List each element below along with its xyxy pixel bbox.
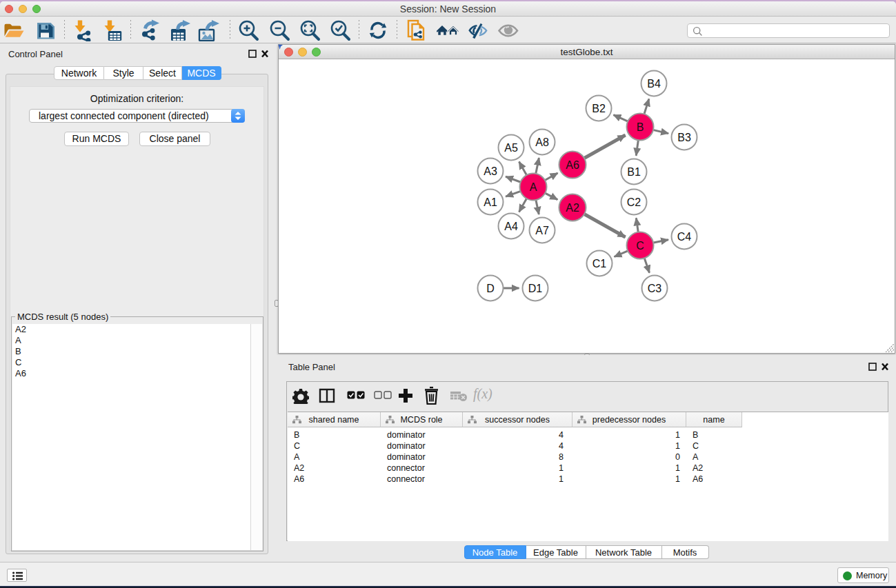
svg-text:B3: B3 — [677, 131, 691, 143]
svg-text:C2: C2 — [626, 196, 641, 207]
svg-text:B: B — [636, 121, 644, 132]
svg-text:A1: A1 — [484, 196, 497, 207]
svg-text:A8: A8 — [535, 136, 549, 148]
svg-text:B1: B1 — [627, 165, 641, 177]
svg-text:C3: C3 — [647, 282, 661, 294]
svg-text:A7: A7 — [535, 224, 549, 236]
svg-text:B2: B2 — [592, 102, 606, 114]
svg-text:A3: A3 — [484, 165, 497, 176]
svg-text:C: C — [636, 239, 644, 251]
svg-text:A5: A5 — [504, 141, 518, 153]
svg-text:D1: D1 — [528, 282, 542, 294]
svg-text:A6: A6 — [566, 159, 579, 170]
svg-text:A: A — [529, 181, 537, 192]
svg-text:A4: A4 — [504, 220, 518, 232]
svg-text:C1: C1 — [592, 257, 606, 269]
svg-text:A2: A2 — [566, 201, 579, 213]
svg-text:D: D — [486, 282, 495, 294]
svg-text:B4: B4 — [647, 77, 661, 89]
svg-text:C4: C4 — [677, 230, 691, 242]
